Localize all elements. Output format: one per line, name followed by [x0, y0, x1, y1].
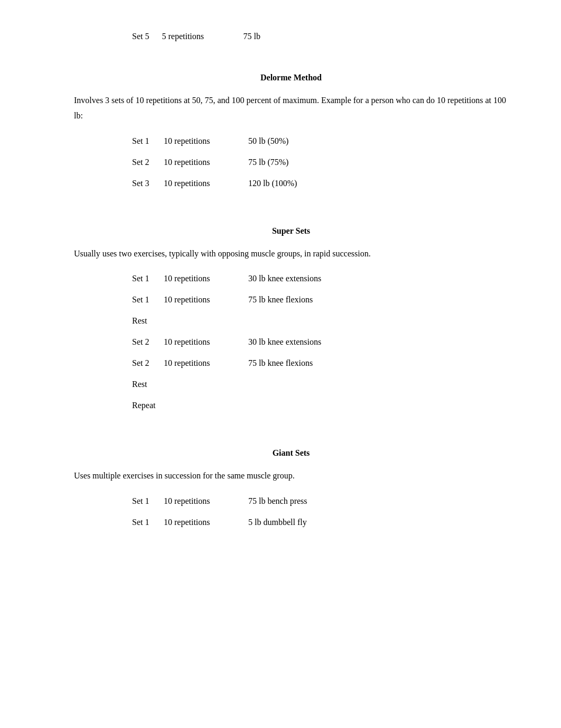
super-set-2a-reps: 10 repetitions	[164, 337, 248, 358]
delorme-set-3-label: Set 3	[132, 179, 164, 200]
top-set-label: Set 5	[132, 32, 160, 41]
super-set-1b-weight: 75 lb knee flexions	[248, 295, 354, 316]
giant-sets-table: Set 1 10 repetitions 75 lb bench press S…	[74, 496, 354, 539]
giant-set-1a-reps: 10 repetitions	[164, 496, 248, 518]
super-set-row-4: Set 2 10 repetitions 75 lb knee flexions	[132, 358, 354, 380]
delorme-set-1-weight: 50 lb (50%)	[248, 136, 354, 158]
super-set-2b-reps: 10 repetitions	[164, 358, 248, 380]
delorme-title: Delorme Method	[74, 73, 508, 82]
giant-sets-title: Giant Sets	[74, 448, 508, 458]
delorme-set-row-1: Set 1 10 repetitions 50 lb (50%)	[132, 136, 354, 158]
super-sets-rest-1: Rest	[74, 316, 508, 337]
super-sets-table-2: Set 2 10 repetitions 30 lb knee extensio…	[74, 337, 354, 380]
super-set-1a-weight: 30 lb knee extensions	[248, 274, 354, 295]
delorme-set-3-weight: 120 lb (100%)	[248, 179, 354, 200]
super-set-row-1: Set 1 10 repetitions 30 lb knee extensio…	[132, 274, 354, 295]
super-set-1a-reps: 10 repetitions	[164, 274, 248, 295]
super-set-1b-label: Set 1	[132, 295, 164, 316]
giant-set-1a-label: Set 1	[132, 496, 164, 518]
giant-set-1b-reps: 10 repetitions	[164, 518, 248, 539]
delorme-description: Involves 3 sets of 10 repetitions at 50,…	[74, 93, 508, 124]
delorme-set-row-3: Set 3 10 repetitions 120 lb (100%)	[132, 179, 354, 200]
super-sets-section: Super Sets Usually uses two exercises, t…	[74, 226, 508, 422]
giant-set-row-2: Set 1 10 repetitions 5 lb dumbbell fly	[132, 518, 354, 539]
page-container: Set 5 5 repetitions 75 lb Delorme Method…	[0, 0, 561, 597]
super-sets-description: Usually uses two exercises, typically wi…	[74, 246, 508, 262]
giant-set-1a-weight: 75 lb bench press	[248, 496, 354, 518]
delorme-section: Delorme Method Involves 3 sets of 10 rep…	[74, 73, 508, 200]
delorme-set-1-reps: 10 repetitions	[164, 136, 248, 158]
delorme-set-table: Set 1 10 repetitions 50 lb (50%) Set 2 1…	[74, 136, 354, 200]
delorme-set-1-label: Set 1	[132, 136, 164, 158]
super-sets-title: Super Sets	[74, 226, 508, 236]
super-sets-repeat: Repeat	[74, 401, 508, 422]
super-set-1b-reps: 10 repetitions	[164, 295, 248, 316]
super-set-row-2: Set 1 10 repetitions 75 lb knee flexions	[132, 295, 354, 316]
top-set-row: Set 5 5 repetitions 75 lb	[74, 32, 508, 41]
delorme-set-3-reps: 10 repetitions	[164, 179, 248, 200]
delorme-set-row-2: Set 2 10 repetitions 75 lb (75%)	[132, 158, 354, 179]
super-set-2a-weight: 30 lb knee extensions	[248, 337, 354, 358]
super-set-1a-label: Set 1	[132, 274, 164, 295]
top-set-reps: 5 repetitions	[162, 32, 241, 41]
super-set-2b-weight: 75 lb knee flexions	[248, 358, 354, 380]
giant-sets-description: Uses multiple exercises in succession fo…	[74, 468, 508, 484]
super-sets-table: Set 1 10 repetitions 30 lb knee extensio…	[74, 274, 354, 316]
super-set-row-3: Set 2 10 repetitions 30 lb knee extensio…	[132, 337, 354, 358]
giant-set-1b-label: Set 1	[132, 518, 164, 539]
giant-set-1b-weight: 5 lb dumbbell fly	[248, 518, 354, 539]
super-set-2b-label: Set 2	[132, 358, 164, 380]
super-set-2a-label: Set 2	[132, 337, 164, 358]
delorme-set-2-reps: 10 repetitions	[164, 158, 248, 179]
super-sets-rest-2: Rest	[74, 380, 508, 401]
top-set-weight: 75 lb	[243, 32, 260, 41]
delorme-set-2-weight: 75 lb (75%)	[248, 158, 354, 179]
giant-set-row-1: Set 1 10 repetitions 75 lb bench press	[132, 496, 354, 518]
giant-sets-section: Giant Sets Uses multiple exercises in su…	[74, 448, 508, 539]
delorme-set-2-label: Set 2	[132, 158, 164, 179]
